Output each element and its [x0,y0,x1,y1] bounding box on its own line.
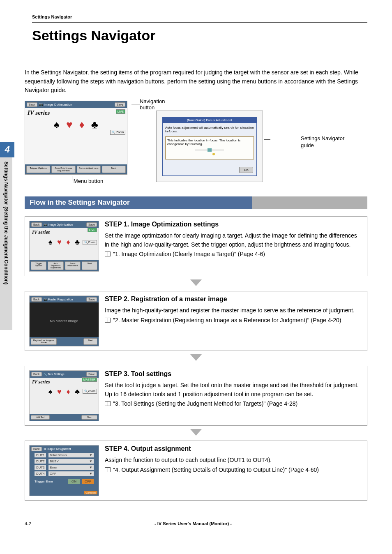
step-1-card: Back📷 Image OptimizationSave IV series L… [25,216,367,276]
step-4-card: Back⚙ Output Assignment OUT1Total Status… [25,441,367,501]
svg-rect-1 [208,148,212,152]
step-2-card: Back📷 Master RegistrationSave MASTER No … [25,291,367,351]
save-button[interactable]: Save [115,102,125,107]
step-2-title: STEP 2. Registration of a master image [105,295,363,303]
running-header: Settings Navigator [32,14,367,19]
book-icon [105,318,111,323]
step-4-title: STEP 4. Output assignment [105,445,363,452]
step-1-thumbnail: Back📷 Image OptimizationSave IV series L… [29,221,99,272]
step-4-thumbnail: Back⚙ Output Assignment OUT1Total Status… [29,445,99,496]
book-icon [105,467,111,472]
master-badge: MASTER [82,377,97,382]
page-title: Settings Navigator [32,28,367,44]
step-2-thumbnail: Back📷 Master RegistrationSave MASTER No … [29,295,99,346]
step-1-text: Set the image optimization for clearly i… [105,231,363,249]
svg-point-2 [212,153,215,155]
settings-guide-callout: Settings Navigator guide [301,135,350,149]
screenshot-navi-guide: [Navi Guide] Focus Adjustment Auto focus… [156,111,263,182]
iv-series-logo: IV series [25,108,127,118]
sample-target-suits: ♠♥♦♣ [53,119,99,130]
step-2-reference: "2. Master Registration (Registering an … [105,317,341,323]
complete-button[interactable]: Complete [84,491,97,494]
step-3-reference: "3. Tool Settings (Setting the Judgment … [105,400,297,407]
focus-adjustment-button[interactable]: Focus Adjustment [65,261,81,270]
register-master-button[interactable]: Register Live Image as Master [31,338,57,345]
save-button[interactable]: Save [86,297,97,302]
step-3-card: Back🔧 Tool SettingsSave IV series MASTER… [25,366,367,426]
auto-brightness-button[interactable]: Auto Brightness Adjustment [48,261,63,270]
next-button[interactable]: Next [82,261,97,270]
trigger-options-button[interactable]: Trigger Options [26,166,50,173]
add-tool-button[interactable]: Add Tool [31,415,50,420]
back-button[interactable]: Back [31,222,42,227]
figure-navigation-screen: Back 📷 Image Optimization Save IV series… [25,101,127,184]
zoom-button[interactable]: 🔍Zoom [83,240,97,245]
live-badge: LIVE [116,109,125,114]
out4-row[interactable]: OUT4OFF▼ [35,471,94,476]
zoom-button[interactable]: 🔍 Zoom [110,130,125,135]
book-icon [105,252,111,256]
out2-row[interactable]: OUT2BUSY▼ [35,459,94,464]
step-4-reference: "4. Output Assignment (Setting Details o… [105,466,319,473]
flow-arrow-icon [25,279,367,288]
step-3-text: Set the tool to judge a target. Set the … [105,381,363,399]
svg-marker-5 [190,429,202,436]
flow-arrow-icon [25,354,367,362]
step-2-text: Image the high-quality-target and regist… [105,306,363,315]
navi-guide-text-1: Auto focus adjustment will automatically… [165,126,254,133]
next-button[interactable]: Next [83,338,97,345]
focus-adjustment-button[interactable]: Focus Adjustment [77,166,101,173]
figure-navi-guide: [Navi Guide] Focus Adjustment Auto focus… [156,101,263,184]
step-4-text: Assign the function to output to each ou… [105,456,363,465]
navi-guide-title: [Navi Guide] Focus Adjustment [163,117,256,123]
sample-target-suits: ♠♥♦♣ [48,388,81,395]
back-button[interactable]: Back [27,102,37,107]
intro-paragraph: In the Settings Navigator, the setting i… [25,68,367,95]
screen-footer-menu: Trigger Options Auto Brightness Adjustme… [25,164,127,174]
out1-row[interactable]: OUT1Total Status▼ [35,453,94,457]
no-master-image-area: No Master Image [30,302,99,339]
focus-slider-icon [167,148,252,157]
next-button[interactable]: Next [102,166,126,173]
svg-marker-4 [190,354,202,361]
flow-arrow-icon [25,429,367,437]
back-button[interactable]: Back [31,447,42,451]
header-rule [32,22,367,23]
zoom-button[interactable]: 🔍Zoom [83,389,97,394]
auto-brightness-button[interactable]: Auto Brightness Adjustment [51,166,75,173]
svg-marker-3 [190,279,202,286]
out3-row[interactable]: OUT3Error▼ [35,465,94,470]
back-button[interactable]: Back [31,372,42,376]
step-1-title: STEP 1. Image Optimization settings [105,221,363,228]
page-footer: 4-2 - IV Series User's Manual (Monitor) … [25,521,367,526]
ok-button[interactable]: OK [239,167,253,173]
sample-target-suits: ♠♥♦♣ [48,238,81,246]
menu-button-callout: Menu button [49,178,127,184]
back-button[interactable]: Back [31,297,42,302]
book-icon [105,401,111,406]
trigger-error-row[interactable]: Trigger ErrorONOFF [35,479,94,484]
step-3-title: STEP 3. Tool settings [105,370,363,378]
footer-title: - IV Series User's Manual (Monitor) - [31,521,355,526]
live-badge: LIVE [88,228,97,232]
next-button[interactable]: Next [81,415,97,420]
section-heading-bar: Flow in the Settings Navigator [25,196,367,209]
save-button[interactable]: Save [86,222,97,227]
diagram-row: Back 📷 Image Optimization Save IV series… [25,101,367,184]
step-3-thumbnail: Back🔧 Tool SettingsSave IV series MASTER… [29,370,99,421]
screenshot-image-optimization: Back 📷 Image Optimization Save IV series… [25,101,127,175]
navi-guide-dialog: [Navi Guide] Focus Adjustment Auto focus… [162,117,257,176]
screen-title-bar: Back 📷 Image Optimization Save [25,101,127,108]
page-number: 4-2 [25,521,31,526]
step-1-reference: "1. Image Optimization (Clearly Image a … [105,251,265,257]
trigger-options-button[interactable]: Trigger Options [31,261,46,270]
screen-title: 📷 Image Optimization [39,103,113,106]
save-button[interactable]: Save [86,372,97,376]
navi-guide-note: This indicates the location in-focus. Th… [165,136,254,159]
